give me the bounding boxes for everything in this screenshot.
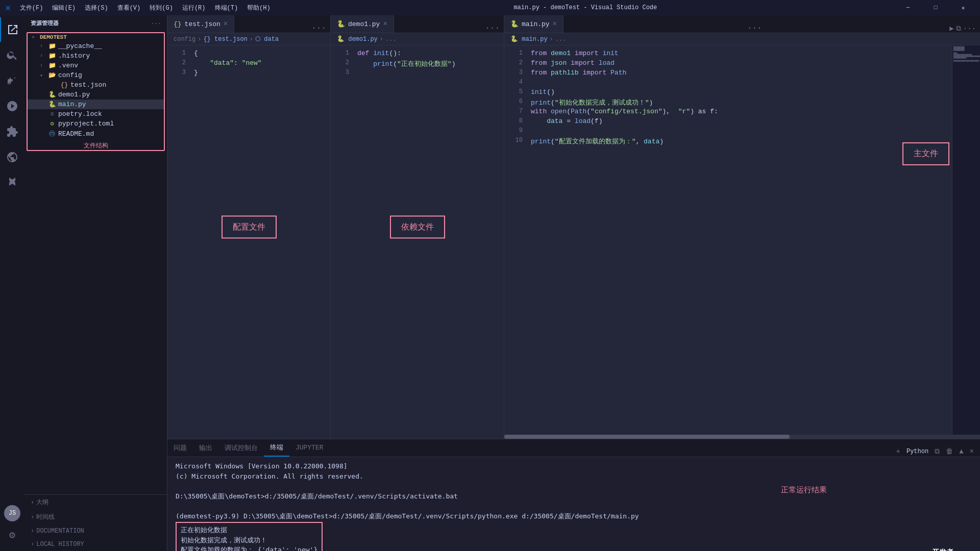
sidebar-item-readme[interactable]: › ⓜ README.md (28, 129, 164, 139)
sidebar-localhistory-item[interactable]: › LOCAL HISTORY (24, 538, 167, 551)
close-button[interactable]: ✕ (951, 0, 975, 15)
line-content-3-4 (531, 79, 974, 88)
sidebar-timeline-item[interactable]: › 时间线 (24, 510, 167, 524)
lock-file-icon: ≡ (48, 111, 56, 118)
sidebar-item-config[interactable]: ▾ 📂 config (28, 70, 164, 80)
folder-icon: 📁 (48, 42, 56, 50)
sidebar-item-testjson[interactable]: › {} test.json (28, 80, 164, 90)
line-num-1-2: 2 (174, 59, 186, 69)
terminal-split-button[interactable]: ⧉ (933, 446, 942, 457)
menu-run[interactable]: 运行(R) (178, 0, 210, 15)
terminal-area: 问题 输出 调试控制台 终端 JUPYTER + Python ⧉ (167, 439, 980, 551)
tab-more-3[interactable]: ··· (743, 23, 766, 33)
terminal-close-button[interactable]: × (968, 446, 976, 457)
sidebar-more-button[interactable]: ··· (151, 20, 161, 27)
tab-mainpy[interactable]: 🐍 main.py × (504, 15, 564, 33)
menu-edit[interactable]: 编辑(E) (48, 0, 80, 15)
tab-demo1py-close[interactable]: × (383, 20, 387, 28)
line-content-3-2: from json import load (531, 59, 974, 69)
terminal-maximize-button[interactable]: ▲ (957, 446, 965, 457)
menu-file[interactable]: 文件(F) (16, 0, 47, 15)
tab-mainpy-close[interactable]: × (553, 20, 557, 28)
menu-select[interactable]: 选择(S) (81, 0, 112, 15)
sidebar-item-demotest[interactable]: ▾ DEMOTEST (28, 33, 164, 41)
code-area-2[interactable]: 1 def init(): 2 print("正在初始化数据") 3 (331, 45, 504, 439)
code-area-3[interactable]: 1 from demo1 import init 2 from json imp… (504, 45, 980, 439)
split-icon[interactable]: ⧉ (956, 24, 961, 33)
line-num-2-2: 2 (337, 59, 349, 69)
breadcrumb-dots-2: ... (385, 36, 397, 43)
code-line-3-9: 9 (504, 127, 980, 137)
activity-search[interactable] (0, 43, 24, 67)
term-tab-terminal[interactable]: 终端 (264, 439, 289, 457)
menu-terminal[interactable]: 终端(T) (211, 0, 242, 15)
line-num-3-9: 9 (510, 127, 523, 137)
terminal-add-button[interactable]: + (894, 446, 902, 457)
line-num-1-1: 1 (174, 49, 186, 59)
term-tab-problems[interactable]: 问题 (167, 439, 193, 457)
sidebar-item-pyprojecttoml[interactable]: › ⚙ pyproject.toml (28, 119, 164, 129)
terminal-content[interactable]: Microsoft Windows [Version 10.0.22000.10… (167, 457, 980, 551)
tab-more-2[interactable]: ··· (481, 23, 504, 33)
run-icon[interactable]: ▶ (949, 24, 953, 33)
menu-goto[interactable]: 转到(G) (145, 0, 177, 15)
sidebar-item-mainpy[interactable]: › 🐍 main.py (28, 99, 164, 109)
activity-settings[interactable]: ⚙ (0, 522, 24, 547)
code-line-2-1: 1 def init(): (331, 49, 504, 59)
menu-help[interactable]: 帮助(H) (243, 0, 275, 15)
code-line-1-2: 2 "data": "new" (167, 59, 330, 69)
terminal-line-3 (176, 481, 972, 491)
terminal-output-3: 配置文件加载的数据为： {'data': 'new'} (181, 545, 317, 551)
sidebar-item-label-pyprojecttoml: pyproject.toml (58, 120, 114, 128)
activity-remote[interactable] (0, 145, 24, 169)
sidebar-item-label-pycache: __pycache__ (58, 42, 102, 50)
scrollbar-3[interactable] (504, 435, 980, 439)
term-tab-output[interactable]: 输出 (193, 439, 218, 457)
line-num-1-3: 3 (174, 69, 186, 79)
line-num-3-10: 10 (510, 137, 523, 146)
sidebar-item-poetrylock[interactable]: › ≡ poetry.lock (28, 109, 164, 119)
line-num-2-1: 1 (337, 49, 349, 59)
term-tab-jupyter[interactable]: JUPYTER (289, 439, 330, 457)
sidebar-documentation-item[interactable]: › DOCUMENTATION (24, 524, 167, 538)
sidebar-item-demo1py[interactable]: › 🐍 demo1.py (28, 90, 164, 99)
sidebar-item-pycache[interactable]: › 📁 __pycache__ (28, 41, 164, 51)
line-num-2-3: 3 (337, 69, 349, 79)
tab-testjson-close[interactable]: × (224, 20, 228, 28)
vscode-icon: ✕ (5, 2, 11, 13)
sidebar-item-venv[interactable]: › 📁 .venv (28, 61, 164, 70)
code-line-3-5: 5 init() (504, 88, 980, 98)
menu-view[interactable]: 查看(V) (113, 0, 145, 15)
term-tab-debug[interactable]: 调试控制台 (218, 439, 264, 457)
tab-testjson-label: test.json (185, 20, 220, 28)
minimize-button[interactable]: ─ (896, 0, 920, 15)
sidebar-item-history[interactable]: › 📁 .history (28, 51, 164, 61)
minimap: ████████████████████████████████████████… (952, 45, 980, 435)
line-num-3-8: 8 (510, 117, 523, 127)
scrollbar-thumb-3[interactable] (504, 435, 790, 439)
tab-testjson[interactable]: {} test.json × (167, 15, 234, 33)
tab-bar-3: 🐍 main.py × ··· ▶ ⧉ ··· (504, 15, 980, 33)
more-icon[interactable]: ··· (963, 24, 976, 33)
breadcrumb-1: config › {} test.json › ⬡ data (167, 33, 330, 45)
term-tab-jupyter-label: JUPYTER (296, 444, 324, 452)
activity-explorer[interactable] (0, 17, 24, 42)
terminal-line-1: Microsoft Windows [Version 10.0.22000.10… (176, 461, 972, 471)
line-content-1-3: } (194, 69, 324, 79)
breadcrumb-sep-2: › (380, 36, 383, 43)
code-line-2-2: 2 print("正在初始化数据") (331, 59, 504, 69)
activity-account[interactable]: JS (4, 505, 20, 521)
terminal-trash-button[interactable]: 🗑 (944, 446, 955, 457)
activity-extensions[interactable] (0, 119, 24, 144)
code-line-1-1: 1 { (167, 49, 330, 59)
activity-testing[interactable] (0, 170, 24, 195)
tab-demo1py[interactable]: 🐍 demo1.py × (331, 15, 394, 33)
terminal-output-text-1: 正在初始化数据 (181, 526, 227, 534)
tab-more-1[interactable]: ··· (307, 23, 330, 33)
restore-button[interactable]: □ (924, 0, 947, 15)
sidebar-outline-label: 大纲 (36, 498, 48, 507)
activity-git[interactable] (0, 68, 24, 93)
code-area-1[interactable]: 1 { 2 "data": "new" 3 } (167, 45, 330, 439)
sidebar-outline-item[interactable]: › 大纲 (24, 495, 167, 510)
activity-debug[interactable] (0, 94, 24, 118)
